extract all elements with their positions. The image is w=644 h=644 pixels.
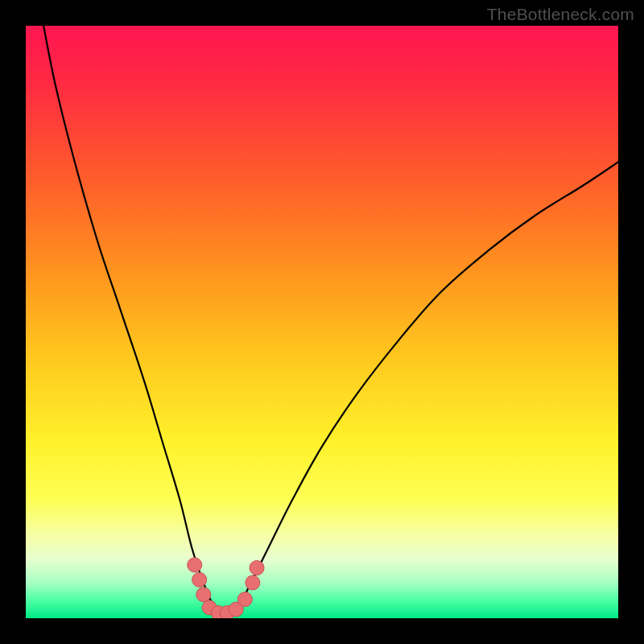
data-marker	[188, 558, 202, 572]
data-marker	[250, 560, 264, 575]
chart-background	[26, 26, 618, 618]
data-marker	[246, 576, 260, 590]
data-marker	[237, 592, 252, 606]
data-marker	[196, 588, 211, 602]
chart-frame	[26, 26, 618, 618]
bottleneck-chart	[26, 26, 618, 618]
data-marker	[192, 572, 207, 587]
watermark-text: TheBottleneck.com	[487, 5, 634, 24]
